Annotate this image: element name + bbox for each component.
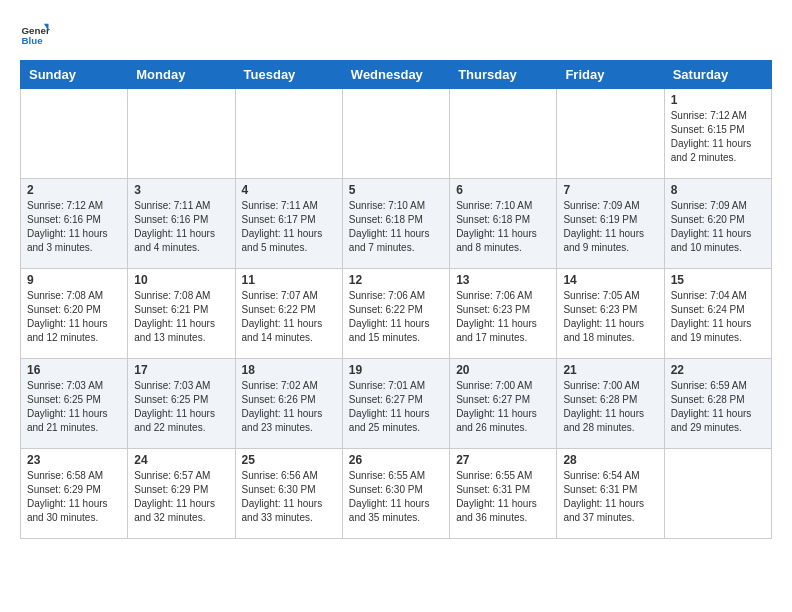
day-info: Sunrise: 7:07 AM Sunset: 6:22 PM Dayligh…	[242, 289, 336, 345]
calendar-day-cell: 21Sunrise: 7:00 AM Sunset: 6:28 PM Dayli…	[557, 359, 664, 449]
empty-cell	[128, 89, 235, 179]
day-number: 11	[242, 273, 336, 287]
day-info: Sunrise: 7:10 AM Sunset: 6:18 PM Dayligh…	[349, 199, 443, 255]
col-header-saturday: Saturday	[664, 61, 771, 89]
calendar-day-cell: 26Sunrise: 6:55 AM Sunset: 6:30 PM Dayli…	[342, 449, 449, 539]
calendar-day-cell: 19Sunrise: 7:01 AM Sunset: 6:27 PM Dayli…	[342, 359, 449, 449]
day-info: Sunrise: 7:02 AM Sunset: 6:26 PM Dayligh…	[242, 379, 336, 435]
col-header-thursday: Thursday	[450, 61, 557, 89]
calendar-day-cell: 1Sunrise: 7:12 AM Sunset: 6:15 PM Daylig…	[664, 89, 771, 179]
day-info: Sunrise: 7:00 AM Sunset: 6:28 PM Dayligh…	[563, 379, 657, 435]
calendar-day-cell: 12Sunrise: 7:06 AM Sunset: 6:22 PM Dayli…	[342, 269, 449, 359]
day-info: Sunrise: 7:08 AM Sunset: 6:21 PM Dayligh…	[134, 289, 228, 345]
day-info: Sunrise: 7:01 AM Sunset: 6:27 PM Dayligh…	[349, 379, 443, 435]
day-number: 15	[671, 273, 765, 287]
day-number: 2	[27, 183, 121, 197]
day-number: 9	[27, 273, 121, 287]
empty-cell	[342, 89, 449, 179]
col-header-wednesday: Wednesday	[342, 61, 449, 89]
col-header-tuesday: Tuesday	[235, 61, 342, 89]
day-number: 8	[671, 183, 765, 197]
calendar-day-cell: 2Sunrise: 7:12 AM Sunset: 6:16 PM Daylig…	[21, 179, 128, 269]
calendar-day-cell: 7Sunrise: 7:09 AM Sunset: 6:19 PM Daylig…	[557, 179, 664, 269]
calendar-day-cell: 17Sunrise: 7:03 AM Sunset: 6:25 PM Dayli…	[128, 359, 235, 449]
calendar-day-cell: 23Sunrise: 6:58 AM Sunset: 6:29 PM Dayli…	[21, 449, 128, 539]
calendar-week-row: 2Sunrise: 7:12 AM Sunset: 6:16 PM Daylig…	[21, 179, 772, 269]
calendar-day-cell: 9Sunrise: 7:08 AM Sunset: 6:20 PM Daylig…	[21, 269, 128, 359]
calendar-day-cell: 27Sunrise: 6:55 AM Sunset: 6:31 PM Dayli…	[450, 449, 557, 539]
calendar-day-cell: 16Sunrise: 7:03 AM Sunset: 6:25 PM Dayli…	[21, 359, 128, 449]
col-header-monday: Monday	[128, 61, 235, 89]
calendar-day-cell: 5Sunrise: 7:10 AM Sunset: 6:18 PM Daylig…	[342, 179, 449, 269]
day-number: 6	[456, 183, 550, 197]
day-number: 27	[456, 453, 550, 467]
day-info: Sunrise: 7:11 AM Sunset: 6:17 PM Dayligh…	[242, 199, 336, 255]
calendar-table: SundayMondayTuesdayWednesdayThursdayFrid…	[20, 60, 772, 539]
day-number: 19	[349, 363, 443, 377]
day-info: Sunrise: 7:04 AM Sunset: 6:24 PM Dayligh…	[671, 289, 765, 345]
calendar-day-cell: 4Sunrise: 7:11 AM Sunset: 6:17 PM Daylig…	[235, 179, 342, 269]
day-number: 7	[563, 183, 657, 197]
calendar-week-row: 16Sunrise: 7:03 AM Sunset: 6:25 PM Dayli…	[21, 359, 772, 449]
day-number: 4	[242, 183, 336, 197]
day-info: Sunrise: 7:12 AM Sunset: 6:16 PM Dayligh…	[27, 199, 121, 255]
day-number: 26	[349, 453, 443, 467]
empty-cell	[557, 89, 664, 179]
day-number: 22	[671, 363, 765, 377]
day-number: 14	[563, 273, 657, 287]
header: General Blue	[20, 20, 772, 50]
day-info: Sunrise: 7:03 AM Sunset: 6:25 PM Dayligh…	[134, 379, 228, 435]
calendar-day-cell: 10Sunrise: 7:08 AM Sunset: 6:21 PM Dayli…	[128, 269, 235, 359]
day-info: Sunrise: 7:11 AM Sunset: 6:16 PM Dayligh…	[134, 199, 228, 255]
day-info: Sunrise: 7:09 AM Sunset: 6:20 PM Dayligh…	[671, 199, 765, 255]
col-header-friday: Friday	[557, 61, 664, 89]
logo-icon: General Blue	[20, 20, 50, 50]
day-info: Sunrise: 6:58 AM Sunset: 6:29 PM Dayligh…	[27, 469, 121, 525]
day-info: Sunrise: 7:05 AM Sunset: 6:23 PM Dayligh…	[563, 289, 657, 345]
day-number: 18	[242, 363, 336, 377]
day-info: Sunrise: 6:59 AM Sunset: 6:28 PM Dayligh…	[671, 379, 765, 435]
day-info: Sunrise: 7:12 AM Sunset: 6:15 PM Dayligh…	[671, 109, 765, 165]
day-number: 10	[134, 273, 228, 287]
calendar-header-row: SundayMondayTuesdayWednesdayThursdayFrid…	[21, 61, 772, 89]
day-number: 20	[456, 363, 550, 377]
calendar-day-cell: 20Sunrise: 7:00 AM Sunset: 6:27 PM Dayli…	[450, 359, 557, 449]
day-info: Sunrise: 6:56 AM Sunset: 6:30 PM Dayligh…	[242, 469, 336, 525]
calendar-day-cell: 18Sunrise: 7:02 AM Sunset: 6:26 PM Dayli…	[235, 359, 342, 449]
day-info: Sunrise: 7:10 AM Sunset: 6:18 PM Dayligh…	[456, 199, 550, 255]
day-info: Sunrise: 7:06 AM Sunset: 6:22 PM Dayligh…	[349, 289, 443, 345]
day-number: 25	[242, 453, 336, 467]
day-number: 23	[27, 453, 121, 467]
calendar-day-cell: 6Sunrise: 7:10 AM Sunset: 6:18 PM Daylig…	[450, 179, 557, 269]
empty-cell	[450, 89, 557, 179]
empty-cell	[21, 89, 128, 179]
day-number: 16	[27, 363, 121, 377]
day-number: 24	[134, 453, 228, 467]
empty-cell	[664, 449, 771, 539]
day-info: Sunrise: 6:57 AM Sunset: 6:29 PM Dayligh…	[134, 469, 228, 525]
day-number: 12	[349, 273, 443, 287]
calendar-day-cell: 14Sunrise: 7:05 AM Sunset: 6:23 PM Dayli…	[557, 269, 664, 359]
calendar-day-cell: 13Sunrise: 7:06 AM Sunset: 6:23 PM Dayli…	[450, 269, 557, 359]
day-number: 28	[563, 453, 657, 467]
calendar-day-cell: 25Sunrise: 6:56 AM Sunset: 6:30 PM Dayli…	[235, 449, 342, 539]
calendar-week-row: 23Sunrise: 6:58 AM Sunset: 6:29 PM Dayli…	[21, 449, 772, 539]
day-number: 5	[349, 183, 443, 197]
calendar-day-cell: 3Sunrise: 7:11 AM Sunset: 6:16 PM Daylig…	[128, 179, 235, 269]
calendar-day-cell: 24Sunrise: 6:57 AM Sunset: 6:29 PM Dayli…	[128, 449, 235, 539]
col-header-sunday: Sunday	[21, 61, 128, 89]
calendar-day-cell: 22Sunrise: 6:59 AM Sunset: 6:28 PM Dayli…	[664, 359, 771, 449]
calendar-week-row: 1Sunrise: 7:12 AM Sunset: 6:15 PM Daylig…	[21, 89, 772, 179]
day-info: Sunrise: 6:55 AM Sunset: 6:30 PM Dayligh…	[349, 469, 443, 525]
calendar-day-cell: 28Sunrise: 6:54 AM Sunset: 6:31 PM Dayli…	[557, 449, 664, 539]
logo: General Blue	[20, 20, 54, 50]
calendar-day-cell: 11Sunrise: 7:07 AM Sunset: 6:22 PM Dayli…	[235, 269, 342, 359]
calendar-day-cell: 15Sunrise: 7:04 AM Sunset: 6:24 PM Dayli…	[664, 269, 771, 359]
day-info: Sunrise: 6:54 AM Sunset: 6:31 PM Dayligh…	[563, 469, 657, 525]
empty-cell	[235, 89, 342, 179]
day-info: Sunrise: 7:03 AM Sunset: 6:25 PM Dayligh…	[27, 379, 121, 435]
day-number: 17	[134, 363, 228, 377]
day-info: Sunrise: 7:06 AM Sunset: 6:23 PM Dayligh…	[456, 289, 550, 345]
day-number: 3	[134, 183, 228, 197]
day-number: 13	[456, 273, 550, 287]
